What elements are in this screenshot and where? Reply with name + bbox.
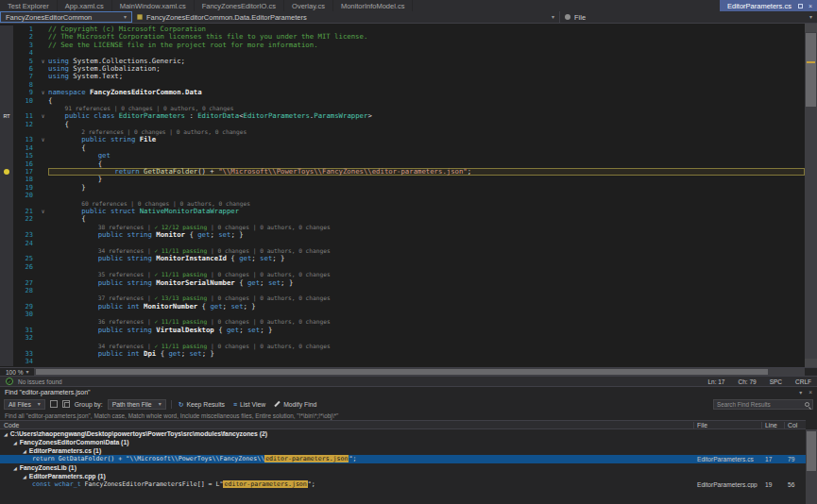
expanded-arrow-icon[interactable]: ◢ xyxy=(23,474,26,479)
tab-app-xaml-cs[interactable]: App.xaml.cs xyxy=(58,0,112,11)
indicator-margin[interactable] xyxy=(0,192,13,199)
code-line-10[interactable]: 10{ xyxy=(0,97,805,105)
code-line-11[interactable]: RT11∨ public class EditorParameters : Ed… xyxy=(0,112,805,120)
tab-monitorinfomodel-cs[interactable]: MonitorInfoModel.cs xyxy=(333,0,414,11)
code-line-8[interactable]: 8 xyxy=(0,81,805,89)
indicator-margin[interactable] xyxy=(0,303,13,311)
indicator-margin[interactable] xyxy=(0,350,13,358)
codelens-indicator[interactable]: 91 references | 0 changes | 0 authors, 0… xyxy=(0,105,805,112)
code-line-5[interactable]: 5∨using System.Collections.Generic; xyxy=(0,58,805,65)
type-dropdown[interactable]: FancyZonesEditorCommon.Data.EditorParame… xyxy=(132,11,559,23)
member-dropdown[interactable]: File ▾ xyxy=(559,11,817,23)
code-line-1[interactable]: 1// Copyright (c) Microsoft Corporation xyxy=(0,25,805,33)
code-line-34[interactable]: 34 xyxy=(0,358,805,365)
column-indicator[interactable]: Ch: 79 xyxy=(738,378,756,385)
list-view-button[interactable]: ≡ List View xyxy=(231,401,267,408)
indicator-margin[interactable] xyxy=(0,240,13,247)
panel-title-bar[interactable]: Find "editor-parameters.json" ▾ × xyxy=(0,387,817,397)
project-dropdown[interactable]: FancyZonesEditorCommon ▾ xyxy=(0,11,132,23)
results-scrollbar[interactable] xyxy=(806,429,817,504)
code-line-2[interactable]: 2// The Microsoft Corporation licenses t… xyxy=(0,33,805,41)
expanded-arrow-icon[interactable]: ◢ xyxy=(4,431,8,437)
codelens-indicator[interactable]: 35 references | ✓ 11/11 passing | 0 chan… xyxy=(0,271,805,278)
indicator-margin[interactable] xyxy=(0,334,13,342)
code-line-13[interactable]: 13∨ public string File xyxy=(0,136,805,143)
results-scrollbar-thumb[interactable] xyxy=(807,431,816,471)
indicator-margin[interactable] xyxy=(0,42,13,49)
code-line-32[interactable]: 32 xyxy=(0,334,805,342)
zoom-control[interactable]: 100 % ▾ xyxy=(0,369,34,376)
code-line-26[interactable]: 26 xyxy=(0,263,805,271)
spaces-indicator[interactable]: SPC xyxy=(770,378,782,385)
codelens-indicator[interactable]: 60 references | 0 changes | 0 authors, 0… xyxy=(0,200,805,208)
column-header-code[interactable]: Code xyxy=(0,422,694,428)
indicator-margin[interactable] xyxy=(0,144,13,152)
line-ending-indicator[interactable]: CRLF xyxy=(795,378,811,385)
keep-tab-open-icon[interactable] xyxy=(798,4,803,8)
codelens-indicator[interactable]: 34 references | ✓ 11/11 passing | 0 chan… xyxy=(0,247,805,255)
keep-results-button[interactable]: ↻ Keep Results xyxy=(177,401,227,408)
indicator-margin[interactable] xyxy=(0,89,13,96)
expand-all-icon[interactable] xyxy=(50,400,58,408)
fold-collapse-icon[interactable]: ∨ xyxy=(38,89,48,96)
fold-collapse-icon[interactable]: ∨ xyxy=(38,136,48,143)
code-line-12[interactable]: 12 { xyxy=(0,121,805,128)
hscrollbar-thumb[interactable] xyxy=(36,369,768,375)
code-line-3[interactable]: 3// See the LICENSE file in the project … xyxy=(0,42,805,49)
code-line-17[interactable]: 17 return GetDataFolder() + "\\Microsoft… xyxy=(0,168,805,176)
codelens-indicator[interactable]: 2 references | 0 changes | 0 authors, 0 … xyxy=(0,128,805,136)
code-line-9[interactable]: 9∨namespace FancyZonesEditorCommon.Data xyxy=(0,89,805,96)
scroll-up-arrow[interactable] xyxy=(805,24,817,32)
indicator-margin[interactable] xyxy=(0,65,13,73)
code-line-18[interactable]: 18 } xyxy=(0,176,805,183)
code-line-31[interactable]: 31 public string VirtualDesktop { get; s… xyxy=(0,327,805,334)
find-result-row[interactable]: const wchar_t FancyZonesEditorParameters… xyxy=(0,480,806,489)
search-results-box[interactable] xyxy=(713,399,813,410)
indicator-margin[interactable] xyxy=(0,81,13,89)
health-status-text[interactable]: No issues found xyxy=(18,378,62,385)
code-editor[interactable]: 1// Copyright (c) Microsoft Corporation2… xyxy=(0,24,817,367)
indicator-margin[interactable] xyxy=(0,358,13,365)
codelens-indicator[interactable]: 38 references | ✓ 12/12 passing | 0 chan… xyxy=(0,224,805,231)
code-line-22[interactable]: 22 { xyxy=(0,215,805,223)
code-line-14[interactable]: 14 { xyxy=(0,144,805,152)
indicator-margin[interactable] xyxy=(0,49,13,57)
fold-collapse-icon[interactable]: ∨ xyxy=(38,208,48,215)
indicator-margin[interactable] xyxy=(0,58,13,65)
code-lines[interactable]: 1// Copyright (c) Microsoft Corporation2… xyxy=(0,24,805,367)
indicator-margin[interactable] xyxy=(0,215,13,223)
indicator-margin[interactable] xyxy=(0,152,13,160)
find-group-row[interactable]: ◢EditorParameters.cpp (1) xyxy=(0,472,806,480)
indicator-margin[interactable] xyxy=(0,73,13,80)
collapse-all-icon[interactable] xyxy=(62,400,70,408)
codelens-indicator[interactable]: 34 references | ✓ 11/11 passing | 0 chan… xyxy=(0,343,805,350)
modify-find-button[interactable]: Modify Find xyxy=(272,401,318,408)
indicator-margin[interactable] xyxy=(0,25,13,33)
editor-scrollbar-thumb[interactable] xyxy=(806,33,816,107)
code-line-29[interactable]: 29 public int MonitorNumber { get; set; … xyxy=(0,303,805,311)
code-line-24[interactable]: 24 xyxy=(0,240,805,247)
line-indicator[interactable]: Ln: 17 xyxy=(707,378,724,385)
indicator-margin[interactable] xyxy=(0,97,13,105)
code-line-28[interactable]: 28 xyxy=(0,287,805,294)
tab-editorparameters-cs-active[interactable]: EditorParameters.cs × xyxy=(720,0,817,11)
code-line-7[interactable]: 7using System.Text; xyxy=(0,73,805,80)
code-line-19[interactable]: 19 } xyxy=(0,184,805,192)
margin-badge[interactable]: RT xyxy=(0,112,13,120)
indicator-margin[interactable] xyxy=(0,231,13,239)
close-tab-icon[interactable]: × xyxy=(808,3,812,9)
expanded-arrow-icon[interactable]: ◢ xyxy=(23,448,26,454)
indicator-margin[interactable] xyxy=(0,287,13,294)
tab-mainwindow-xaml-cs[interactable]: MainWindow.xaml.cs xyxy=(112,0,195,11)
window-menu-icon[interactable]: ▾ xyxy=(799,390,802,395)
find-group-row[interactable]: ◢EditorParameters.cs (1) xyxy=(0,446,806,455)
indicator-margin[interactable] xyxy=(0,263,13,271)
indicator-margin[interactable] xyxy=(0,121,13,128)
expanded-arrow-icon[interactable]: ◢ xyxy=(13,440,17,445)
tab-overlay-cs[interactable]: Overlay.cs xyxy=(284,0,333,11)
indicator-margin[interactable] xyxy=(0,311,13,318)
codelens-indicator[interactable]: 37 references | ✓ 13/13 passing | 0 chan… xyxy=(0,294,805,302)
expanded-arrow-icon[interactable]: ◢ xyxy=(13,465,17,471)
indicator-margin[interactable] xyxy=(0,176,13,183)
code-line-33[interactable]: 33 public int Dpi { get; set; } xyxy=(0,350,805,358)
